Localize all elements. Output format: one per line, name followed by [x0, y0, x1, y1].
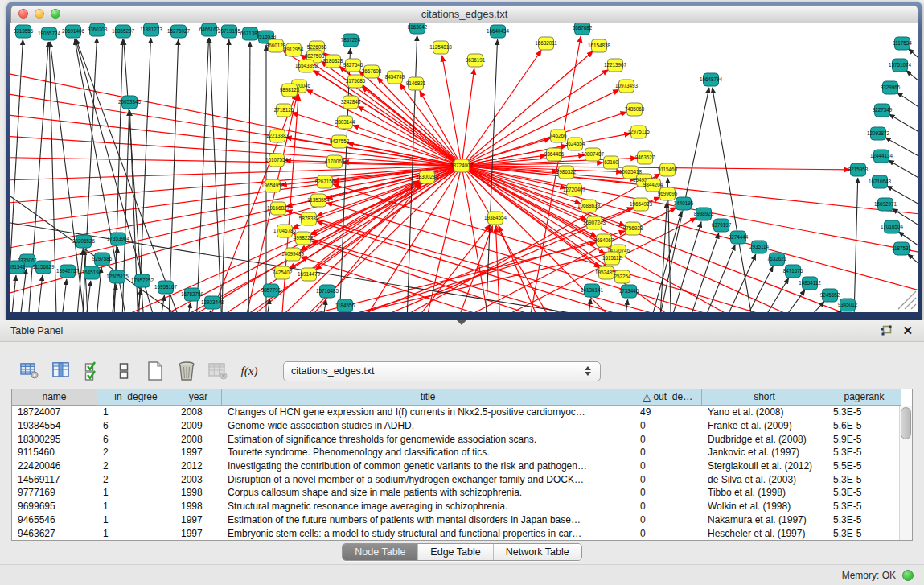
network-node[interactable]: 8454749 — [385, 71, 405, 84]
network-window-titlebar[interactable]: citations_edges.txt — [10, 5, 918, 23]
network-node[interactable]: 8938923 — [694, 208, 714, 220]
network-node[interactable]: 11156829 — [32, 261, 55, 274]
node-attribute-table[interactable]: namein_degreeyeartitle△ out_de…shortpage… — [11, 389, 913, 541]
network-node[interactable]: 1187531 — [892, 242, 912, 255]
network-view-window[interactable]: citations_edges.txt 93135561905572420691… — [6, 2, 922, 320]
tab-network-table[interactable]: Network Table — [493, 544, 581, 560]
table-row[interactable]: 1938455462009Genome-wide association stu… — [12, 419, 912, 433]
table-type-tabs[interactable]: Node TableEdge TableNetwork Table — [342, 543, 581, 561]
table-row[interactable]: 946362711997Embryonic stem cells: a mode… — [12, 526, 912, 540]
network-node[interactable]: 17957252 — [131, 274, 154, 287]
select-columns-button[interactable] — [51, 360, 72, 382]
network-node[interactable]: 11353554 — [307, 194, 330, 207]
table-row[interactable]: 946554611997Estimation of the future num… — [12, 513, 912, 527]
column-header-out_de[interactable]: △ out_de… — [634, 389, 702, 406]
table-row[interactable]: 1456911722003Disruption of a novel membe… — [12, 472, 912, 486]
network-node[interactable]: 9699695 — [658, 187, 678, 200]
column-header-year[interactable]: year — [175, 389, 222, 406]
column-header-pagerank[interactable]: pagerank — [827, 389, 901, 406]
network-node[interactable]: 9427552 — [330, 135, 350, 148]
network-node[interactable]: 10973493 — [615, 80, 639, 93]
vertical-scrollbar[interactable] — [899, 406, 912, 540]
float-panel-icon[interactable] — [880, 325, 893, 336]
network-node[interactable]: 7986322 — [556, 166, 577, 179]
network-node[interactable]: 12975115 — [627, 126, 650, 138]
network-graph[interactable]: 9313556190557242069140693602031085529711… — [10, 23, 918, 312]
network-node[interactable]: 16958167 — [154, 281, 178, 294]
network-node[interactable]: 391541 — [10, 261, 26, 274]
network-node[interactable]: 8912954 — [284, 43, 304, 56]
table-row[interactable]: 911546021997Tourette syndrome. Phenomeno… — [12, 446, 912, 459]
network-node[interactable]: 2803144 — [335, 116, 355, 129]
network-node[interactable]: 17016504 — [881, 220, 904, 233]
network-node[interactable]: 9360203 — [88, 23, 108, 36]
network-node[interactable]: 8215953 — [848, 163, 869, 176]
delete-trash-button[interactable] — [176, 360, 197, 382]
network-node[interactable]: 9756928 — [623, 222, 643, 235]
network-node[interactable]: 16640434 — [487, 25, 510, 38]
function-builder-button[interactable]: f(x) — [239, 360, 260, 382]
table-row[interactable]: 977716911998Corpus callosum shape and si… — [12, 486, 912, 500]
network-node[interactable]: 1184556 — [335, 299, 355, 312]
network-node[interactable]: 7425402 — [273, 266, 293, 279]
network-node[interactable]: 1615112 — [602, 252, 622, 265]
network-node[interactable]: 252254 — [614, 270, 631, 283]
network-node[interactable]: 4170063 — [325, 155, 345, 168]
table-settings-button[interactable] — [19, 360, 40, 382]
network-node[interactable]: 3175685 — [346, 75, 366, 88]
network-node[interactable]: 20053346 — [118, 96, 142, 109]
minimize-window-button[interactable] — [35, 9, 44, 19]
network-node[interactable]: 9857791 — [261, 284, 281, 297]
network-node[interactable]: 12213967 — [604, 59, 627, 72]
network-node[interactable]: 20206526 — [72, 235, 96, 248]
tab-edge-table[interactable]: Edge Table — [417, 544, 492, 560]
network-node[interactable]: 20719155 — [218, 25, 241, 38]
network-node[interactable]: 3242848 — [341, 96, 361, 109]
network-node[interactable]: 1117534 — [893, 37, 912, 50]
network-node[interactable]: 8186328 — [323, 55, 343, 68]
network-node[interactable]: 14136141 — [581, 284, 604, 297]
network-node[interactable]: 11254818 — [429, 41, 452, 54]
table-body[interactable]: 1872400712008Changes of HCN gene express… — [12, 406, 912, 540]
network-node[interactable]: 1440195 — [674, 197, 694, 210]
selection-mode-button[interactable] — [82, 360, 103, 382]
network-node[interactable]: 2935114 — [749, 241, 770, 253]
network-node[interactable]: 10807487 — [581, 148, 605, 161]
new-document-button[interactable] — [145, 360, 166, 382]
network-node[interactable]: 20691406 — [62, 25, 85, 38]
canvas-resize-grip[interactable] — [898, 291, 916, 309]
network-node[interactable]: 9463627 — [635, 151, 655, 164]
network-node[interactable]: 9636191 — [466, 54, 486, 67]
network-node[interactable]: 8267150 — [315, 175, 335, 188]
network-node[interactable]: 4998222 — [294, 232, 314, 245]
network-node[interactable]: 19055724 — [38, 27, 61, 40]
network-node[interactable]: 5878332 — [299, 212, 319, 225]
network-canvas[interactable]: 9313556190557242069140693602031085529711… — [10, 23, 918, 312]
network-node[interactable]: 7632621 — [767, 253, 787, 266]
network-node[interactable]: 3624554 — [565, 138, 585, 150]
network-node[interactable]: 12213383 — [266, 130, 290, 142]
network-node[interactable]: 6379197 — [712, 219, 732, 232]
close-panel-icon[interactable]: ✕ — [902, 325, 913, 336]
network-node[interactable]: 1733446 — [619, 285, 639, 298]
column-header-in_degree[interactable]: in_degree — [97, 389, 175, 406]
network-node[interactable]: 7485063 — [625, 103, 645, 116]
network-node[interactable]: 2718126 — [274, 104, 294, 117]
network-node[interactable]: 15716485 — [316, 285, 339, 298]
network-node[interactable]: 15276027 — [167, 25, 191, 38]
network-node[interactable]: 10688639 — [577, 200, 601, 212]
network-node[interactable]: 8471676 — [783, 265, 803, 278]
network-node[interactable]: 9329966 — [881, 81, 901, 94]
table-row[interactable]: 1872400712008Changes of HCN gene express… — [12, 406, 912, 419]
network-node[interactable]: 9684067 — [594, 234, 614, 247]
network-node[interactable]: 2667608 — [362, 65, 382, 78]
table-row[interactable]: 1830029562008Estimation of significance … — [12, 432, 912, 446]
network-node[interactable]: 9313556 — [14, 25, 34, 38]
network-node[interactable]: 6466162 — [199, 23, 220, 36]
network-node[interactable]: 10854112 — [799, 277, 821, 290]
network-node[interactable]: 13942757 — [56, 265, 80, 278]
network-node[interactable]: 15751074 — [889, 59, 912, 72]
network-node[interactable]: 16907243 — [583, 216, 606, 229]
column-header-name[interactable]: name — [12, 389, 97, 406]
network-node[interactable]: 7857224 — [341, 34, 361, 47]
